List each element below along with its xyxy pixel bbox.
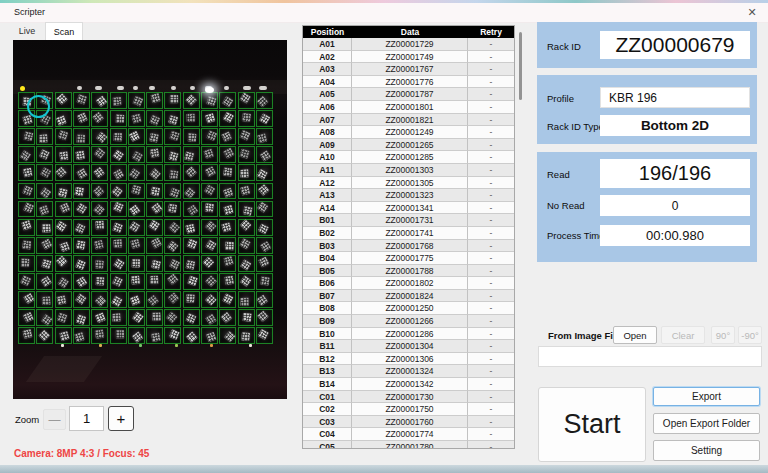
datamatrix-code <box>113 98 122 107</box>
setting-button[interactable]: Setting <box>653 440 760 461</box>
table-row[interactable]: B01ZZ00001731- <box>303 214 514 227</box>
datamatrix-code <box>76 293 87 304</box>
start-button[interactable]: Start <box>538 387 646 462</box>
table-row[interactable]: A07ZZ00001821- <box>303 114 514 127</box>
datamatrix-code <box>77 134 85 142</box>
table-row[interactable]: C03ZZ00001760- <box>303 416 514 429</box>
datamatrix-code <box>58 130 68 140</box>
tube-cell <box>73 183 90 200</box>
cell-retry: - <box>468 101 514 114</box>
table-row[interactable]: A08ZZ00001249- <box>303 126 514 139</box>
table-row[interactable]: C02ZZ00001750- <box>303 403 514 416</box>
table-row[interactable]: B06ZZ00001802- <box>303 277 514 290</box>
datamatrix-code <box>20 259 28 267</box>
camera-view[interactable] <box>13 40 287 399</box>
tube-cell <box>18 309 35 326</box>
rotate-cw-button[interactable]: 90° <box>711 326 735 344</box>
table-row[interactable]: B08ZZ00001250- <box>303 302 514 315</box>
table-row[interactable]: B14ZZ00001342- <box>303 378 514 391</box>
rotate-ccw-button[interactable]: -90° <box>738 326 762 344</box>
export-button[interactable]: Export <box>653 387 760 406</box>
datamatrix-code <box>150 148 159 157</box>
table-row[interactable]: A05ZZ00001787- <box>303 88 514 101</box>
results-table[interactable]: Position Data Retry A01ZZ00001729-A02ZZ0… <box>302 25 515 449</box>
datamatrix-code <box>204 184 215 195</box>
table-row[interactable]: B11ZZ00001304- <box>303 340 514 353</box>
zoom-increase-button[interactable]: + <box>108 406 134 431</box>
datamatrix-code <box>223 148 234 159</box>
datamatrix-code <box>149 115 159 125</box>
close-icon[interactable]: ✕ <box>744 5 760 20</box>
cell-position: B07 <box>303 290 352 303</box>
rack-id-value: ZZ00000679 <box>600 31 750 59</box>
tab-live[interactable]: Live <box>10 22 44 40</box>
title-bar: Scripter ✕ <box>0 3 768 23</box>
datamatrix-code <box>95 329 104 338</box>
datamatrix-code <box>223 111 234 122</box>
datamatrix-code <box>224 276 233 285</box>
table-row[interactable]: B07ZZ00001824- <box>303 290 514 303</box>
table-row[interactable]: C05ZZ00001780- <box>303 441 514 449</box>
table-row[interactable]: A12ZZ00001305- <box>303 177 514 190</box>
cell-retry: - <box>468 441 514 449</box>
cell-data: ZZ00001249 <box>352 126 468 139</box>
table-row[interactable]: A04ZZ00001776- <box>303 76 514 89</box>
zoom-decrease-button[interactable]: — <box>43 409 66 430</box>
table-row[interactable]: A11ZZ00001303- <box>303 164 514 177</box>
cell-retry: - <box>468 76 514 89</box>
table-row[interactable]: B09ZZ00001266- <box>303 315 514 328</box>
datamatrix-code <box>60 203 70 213</box>
datamatrix-code <box>42 296 51 305</box>
zoom-value-field[interactable]: 1 <box>69 406 104 431</box>
datamatrix-code <box>75 187 84 196</box>
tube-cell <box>110 164 127 181</box>
tube-cell <box>55 128 72 145</box>
tube-cell <box>183 291 200 308</box>
tube-cell <box>36 273 53 290</box>
tube-cell <box>18 255 35 272</box>
table-row[interactable]: A01ZZ00001729- <box>303 38 514 51</box>
tube-cell <box>146 291 163 308</box>
profile-select[interactable]: KBR 196 <box>600 87 750 108</box>
datamatrix-code <box>206 332 216 342</box>
table-row[interactable]: B02ZZ00001741- <box>303 227 514 240</box>
table-row[interactable]: B13ZZ00001324- <box>303 365 514 378</box>
image-file-path-field[interactable] <box>538 346 762 367</box>
table-row[interactable]: A03ZZ00001767- <box>303 63 514 76</box>
tube-cell <box>36 237 53 254</box>
cell-data: ZZ00001285 <box>352 151 468 164</box>
table-row[interactable]: A02ZZ00001749- <box>303 51 514 64</box>
table-row[interactable]: B12ZZ00001306- <box>303 353 514 366</box>
camera-reflection <box>117 86 125 90</box>
cell-data: ZZ00001750 <box>352 403 468 416</box>
open-export-folder-button[interactable]: Open Export Folder <box>653 413 760 434</box>
tube-cell <box>146 201 163 218</box>
table-row[interactable]: C01ZZ00001730- <box>303 391 514 404</box>
table-row[interactable]: A09ZZ00001265- <box>303 139 514 152</box>
table-row[interactable]: A14ZZ00001341- <box>303 202 514 215</box>
clear-image-button[interactable]: Clear <box>661 326 705 344</box>
datamatrix-code <box>259 257 270 268</box>
table-row[interactable]: A10ZZ00001285- <box>303 151 514 164</box>
table-scrollbar[interactable] <box>519 32 522 100</box>
cell-data: ZZ00001824 <box>352 290 468 303</box>
table-row[interactable]: B10ZZ00001286- <box>303 328 514 341</box>
tube-cell <box>238 201 255 218</box>
datamatrix-code <box>187 205 198 216</box>
tube-cell <box>55 183 72 200</box>
tube-cell <box>128 309 145 326</box>
cell-position: B05 <box>303 265 352 278</box>
tube-cell <box>164 92 181 109</box>
table-row[interactable]: A06ZZ00001801- <box>303 101 514 114</box>
tube-cell <box>91 255 108 272</box>
datamatrix-code <box>94 147 105 158</box>
tube-cell <box>183 237 200 254</box>
table-row[interactable]: B05ZZ00001788- <box>303 265 514 278</box>
tab-scan[interactable]: Scan <box>45 22 83 41</box>
table-row[interactable]: B03ZZ00001768- <box>303 240 514 253</box>
table-row[interactable]: C04ZZ00001774- <box>303 428 514 441</box>
table-row[interactable]: A13ZZ00001323- <box>303 189 514 202</box>
table-row[interactable]: B04ZZ00001775- <box>303 252 514 265</box>
open-image-button[interactable]: Open <box>613 326 657 344</box>
datamatrix-code <box>205 294 216 305</box>
